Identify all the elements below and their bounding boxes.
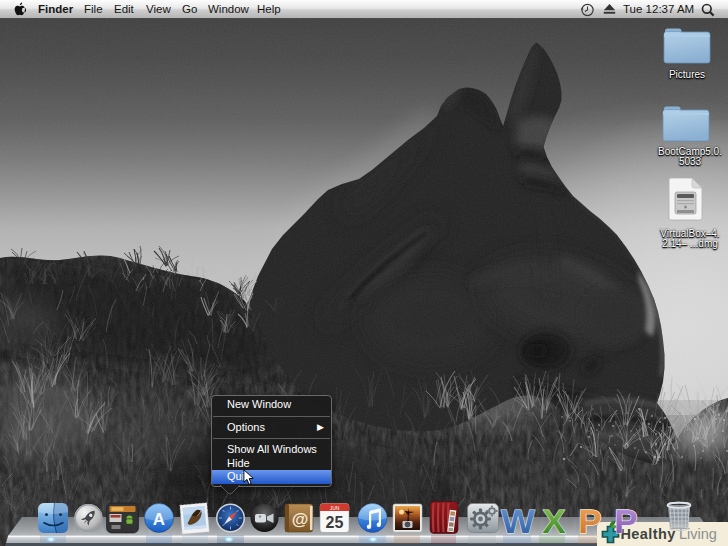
svg-text:JUN: JUN: [330, 505, 340, 511]
svg-text:25: 25: [326, 514, 344, 531]
svg-text:W: W: [501, 502, 535, 540]
svg-text:A: A: [153, 510, 165, 529]
svg-text:P: P: [578, 503, 601, 540]
svg-text:P: P: [614, 503, 637, 540]
svg-text:@: @: [292, 510, 309, 529]
